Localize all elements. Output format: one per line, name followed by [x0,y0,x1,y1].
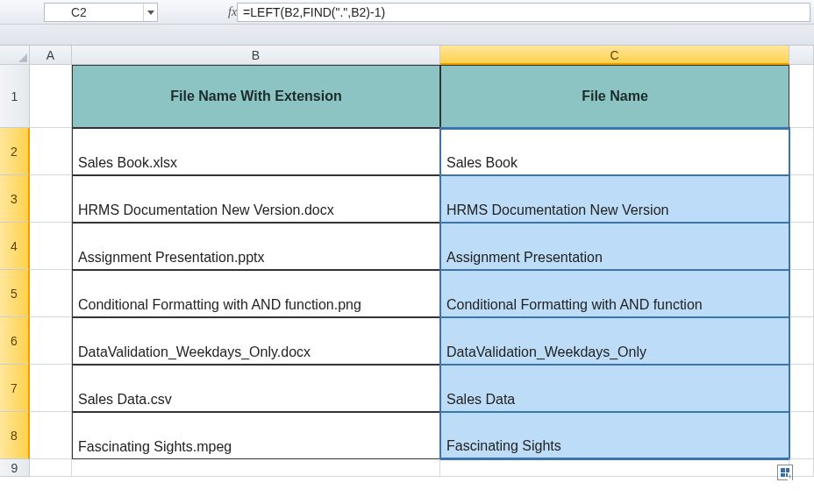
cell-A8[interactable] [30,412,72,459]
row-header-6[interactable]: 6 [0,317,30,365]
ribbon-edge [0,25,814,46]
val-b2: Sales Book.xlsx [78,155,177,171]
row-8: 8 Fascinating Sights.mpeg Fascinating Si… [0,412,814,459]
fx-group: fx [228,0,237,24]
row-5: 5 Conditional Formatting with AND functi… [0,270,814,317]
cell-B4[interactable]: Assignment Presentation.pptx [72,223,440,270]
plus-icon: + [788,473,792,480]
formula-bar-row: C2 fx =LEFT(B2,FIND(".",B2)-1) [0,0,814,25]
cell-C3[interactable]: HRMS Documentation New Version [440,175,789,223]
cell-A1[interactable] [30,65,72,128]
cell-D9[interactable] [789,459,814,477]
spreadsheet-grid: A B C 1 File Name With Extension File Na… [0,46,814,477]
svg-marker-0 [147,11,154,15]
cell-D8[interactable] [789,412,814,459]
cell-C8[interactable]: Fascinating Sights [440,412,789,459]
val-b3: HRMS Documentation New Version.docx [78,202,334,218]
row-header-4[interactable]: 4 [0,223,30,270]
cell-B3[interactable]: HRMS Documentation New Version.docx [72,175,440,223]
val-c2: Sales Book [446,155,518,171]
cell-D5[interactable] [789,270,814,317]
row-7: 7 Sales Data.csv Sales Data [0,365,814,412]
row-header-1[interactable]: 1 [0,65,30,128]
col-header-C[interactable]: C [440,46,789,65]
row-header-3[interactable]: 3 [0,175,30,223]
val-b5: Conditional Formatting with AND function… [78,297,361,313]
row-header-5[interactable]: 5 [0,270,30,317]
row-6: 6 DataValidation_Weekdays_Only.docx Data… [0,317,814,365]
cell-C2[interactable]: Sales Book [440,128,789,175]
val-c4: Assignment Presentation [446,250,603,266]
cell-D7[interactable] [789,365,814,412]
name-box[interactable]: C2 [44,3,158,22]
cell-D6[interactable] [789,317,814,365]
cell-A6[interactable] [30,317,72,365]
val-b6: DataValidation_Weekdays_Only.docx [78,344,311,360]
cell-B6[interactable]: DataValidation_Weekdays_Only.docx [72,317,440,365]
name-box-value: C2 [71,5,87,19]
val-c7: Sales Data [446,392,515,408]
cell-D2[interactable] [789,128,814,175]
column-headers: A B C [0,46,814,65]
cell-D1[interactable] [789,65,814,128]
cell-C6[interactable]: DataValidation_Weekdays_Only [440,317,789,365]
val-c3: HRMS Documentation New Version [446,202,668,218]
header-b: File Name With Extension [170,89,341,104]
cell-B5[interactable]: Conditional Formatting with AND function… [72,270,440,317]
row-4: 4 Assignment Presentation.pptx Assignmen… [0,223,814,270]
autofill-options-icon[interactable]: + [777,465,793,480]
cell-D3[interactable] [789,175,814,223]
val-c6: DataValidation_Weekdays_Only [446,344,646,360]
formula-bar-value: =LEFT(B2,FIND(".",B2)-1) [243,5,385,19]
val-c5: Conditional Formatting with AND function [446,297,703,313]
row-3: 3 HRMS Documentation New Version.docx HR… [0,175,814,223]
cell-A9[interactable] [30,459,72,477]
col-header-B[interactable]: B [72,46,440,65]
val-b7: Sales Data.csv [78,392,172,408]
cell-B1[interactable]: File Name With Extension [72,65,440,128]
cell-A5[interactable] [30,270,72,317]
cell-B9[interactable] [72,459,440,477]
fx-icon[interactable]: fx [228,5,237,19]
col-header-A[interactable]: A [30,46,72,65]
row-header-9[interactable]: 9 [0,459,30,477]
cell-A3[interactable] [30,175,72,223]
header-c: File Name [582,89,648,104]
cell-A4[interactable] [30,223,72,270]
cell-C7[interactable]: Sales Data [440,365,789,412]
row-header-8[interactable]: 8 [0,412,30,459]
cell-D4[interactable] [789,223,814,270]
row-header-7[interactable]: 7 [0,365,30,412]
col-header-next[interactable] [789,46,814,65]
cell-C5[interactable]: Conditional Formatting with AND function [440,270,789,317]
formula-bar[interactable]: =LEFT(B2,FIND(".",B2)-1) [237,3,810,22]
val-c8: Fascinating Sights [446,438,561,454]
cell-A7[interactable] [30,365,72,412]
name-box-dropdown[interactable] [143,4,157,21]
cell-C1[interactable]: File Name [440,65,789,128]
cell-C4[interactable]: Assignment Presentation [440,223,789,270]
val-b8: Fascinating Sights.mpeg [78,439,232,455]
chevron-down-icon [147,9,154,16]
name-box-wrap: C2 [0,0,158,24]
select-all-corner[interactable] [0,46,30,65]
cell-C9[interactable] [440,459,789,477]
cell-B8[interactable]: Fascinating Sights.mpeg [72,412,440,459]
row-9: 9 [0,459,814,477]
row-header-2[interactable]: 2 [0,128,30,175]
row-1: 1 File Name With Extension File Name [0,65,814,128]
cell-A2[interactable] [30,128,72,175]
cell-B2[interactable]: Sales Book.xlsx [72,128,440,175]
cell-B7[interactable]: Sales Data.csv [72,365,440,412]
row-2: 2 Sales Book.xlsx Sales Book [0,128,814,175]
val-b4: Assignment Presentation.pptx [78,250,265,266]
